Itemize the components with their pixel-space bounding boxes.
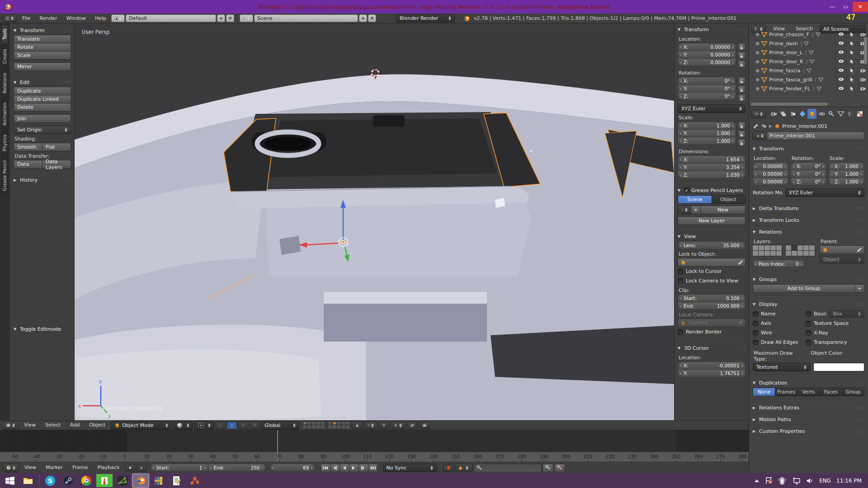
display-axis-checkbox[interactable] — [753, 321, 758, 326]
play-button[interactable] — [349, 464, 359, 472]
selectable-icon[interactable] — [846, 86, 857, 92]
notepad-icon[interactable] — [169, 474, 185, 487]
hide-icon[interactable] — [835, 59, 846, 65]
tab-grease-pencil[interactable]: Grease Pencil — [1, 156, 8, 195]
manipulator-translate-icon[interactable] — [227, 422, 237, 429]
prev-keyframe-button[interactable] — [330, 464, 340, 472]
scale-y-field[interactable]: Y:1.000 — [678, 129, 736, 137]
tuner-app-icon[interactable] — [96, 474, 113, 487]
network-icon[interactable] — [792, 477, 801, 484]
props-rotation-z[interactable]: Z:0° — [791, 178, 826, 186]
winrar-icon[interactable] — [151, 474, 167, 487]
custom-properties-header[interactable]: ▶Custom Properties — [753, 426, 864, 436]
lock-location-x-button[interactable] — [738, 43, 745, 51]
layer-buttons[interactable] — [302, 421, 350, 429]
props-scale-z[interactable]: Z:1.000 — [829, 178, 864, 186]
dimension-z-field[interactable]: Z:1.030 — [678, 171, 745, 179]
groups-header[interactable]: ▼Groups — [753, 274, 864, 284]
translate-button[interactable]: Translate — [14, 35, 71, 43]
manipulator-scale-icon[interactable] — [250, 422, 259, 429]
tab-animation[interactable]: Animation — [1, 99, 8, 130]
selectable-icon[interactable] — [846, 32, 857, 38]
selectable-icon[interactable] — [846, 77, 857, 83]
preview-range-clock-icon[interactable] — [125, 464, 135, 472]
dup-frames-option[interactable]: Frames — [775, 388, 797, 396]
blender-taskbar-icon[interactable] — [132, 474, 149, 487]
object-id-icon[interactable] — [753, 131, 767, 140]
pin-icon[interactable] — [753, 123, 759, 129]
editor-type-3dview-icon[interactable] — [2, 421, 19, 430]
menu-help[interactable]: Help — [91, 14, 110, 23]
lock-to-cursor-checkbox[interactable] — [678, 269, 683, 274]
insert-keyframe-button[interactable] — [542, 464, 553, 472]
delete-scene-button[interactable]: ✕ — [368, 14, 376, 22]
outliner-row[interactable]: ⊕Prime_fascia| — [749, 66, 868, 75]
scene-field[interactable]: Scene — [254, 14, 358, 22]
view-menu[interactable]: View — [20, 420, 40, 430]
display-wire-checkbox[interactable] — [753, 330, 758, 336]
screen-layout-field[interactable]: Default — [126, 14, 216, 22]
gp-scene-option[interactable]: Scene — [678, 196, 712, 203]
transform-locks-header[interactable]: ▶Transform Locks — [753, 215, 864, 225]
timeline-keyframe-area[interactable] — [0, 430, 749, 452]
lock-rotation-z-button[interactable] — [738, 94, 745, 102]
lens-field[interactable]: Lens:35.000 — [678, 241, 745, 249]
hide-icon[interactable] — [835, 77, 846, 83]
props-location-y[interactable]: 0.00000 — [753, 170, 788, 178]
panel-transform-header[interactable]: ▼Transform — [14, 25, 71, 35]
jump-to-end-button[interactable] — [368, 464, 378, 472]
duplicate-linked-button[interactable]: Duplicate Linked — [14, 95, 71, 103]
timeline-ruler[interactable]: -50-40-30-20-100102030405060708090100110… — [0, 452, 749, 462]
proportional-edit-icon[interactable] — [364, 422, 377, 429]
hide-icon[interactable] — [835, 50, 846, 56]
cursor-3d-panel-header[interactable]: ▼3D Cursor — [678, 343, 745, 353]
battery-icon[interactable] — [778, 477, 787, 484]
gp-add-button[interactable]: + — [691, 206, 701, 214]
selectable-icon[interactable] — [846, 41, 857, 47]
selectable-icon[interactable] — [846, 68, 857, 74]
action-center-icon[interactable] — [765, 477, 773, 484]
screen-layout-icon[interactable] — [111, 14, 125, 22]
timeline-playback-menu[interactable]: Playback — [93, 463, 123, 473]
active-keying-set-field[interactable] — [474, 464, 542, 472]
lock-location-z-button[interactable] — [738, 60, 745, 68]
transform-orientation-select[interactable]: Global — [261, 421, 299, 430]
outliner-row[interactable]: ⊕Prime_door_L| — [749, 48, 868, 57]
location-y-field[interactable]: Y:0.00000 — [678, 51, 736, 59]
lock-scale-z-button[interactable] — [738, 139, 745, 147]
snap-element-select[interactable] — [390, 422, 406, 429]
outliner-vscrollbar[interactable] — [864, 37, 867, 64]
lock-camera-checkbox[interactable] — [678, 278, 683, 284]
outliner-row[interactable]: ⊕Prime_chassis_F| — [749, 30, 868, 39]
delete-keyframe-button[interactable] — [554, 464, 565, 472]
join-button[interactable]: Join — [14, 114, 71, 123]
clip-end-field[interactable]: End:1000.000 — [678, 302, 745, 310]
lock-rotation-x-button[interactable] — [738, 77, 745, 85]
grease-pencil-layers-header[interactable]: ▼Grease Pencil Layers — [678, 185, 745, 195]
duplication-header[interactable]: ▼Duplication — [753, 378, 864, 388]
tab-modifiers[interactable] — [827, 109, 836, 119]
outliner-row[interactable]: ⊕Prime_fender_FL| — [749, 84, 868, 93]
props-scale-y[interactable]: Y:1.000 — [829, 170, 864, 178]
shade-flat-button[interactable]: Flat — [42, 143, 71, 151]
delete-layout-button[interactable]: ✕ — [226, 14, 234, 22]
outliner-row[interactable]: ⊕Prime_fascia_grill| — [749, 75, 868, 84]
render-opengl-icon[interactable] — [407, 422, 418, 429]
lock-rotation-y-button[interactable] — [738, 85, 745, 94]
npanel-transform-header[interactable]: ▼Transform — [678, 24, 745, 34]
cursor-x-field[interactable]: X:-0.00001 — [678, 361, 745, 370]
breadcrumb-object[interactable]: Prime_interior.001 — [782, 123, 827, 129]
tab-world[interactable] — [798, 109, 807, 119]
play-reverse-button[interactable] — [340, 464, 349, 472]
data-button[interactable]: Data — [14, 160, 42, 169]
props-rotation-y[interactable]: Y:0° — [791, 170, 826, 178]
minimize-button[interactable]: — — [826, 2, 839, 12]
auto-keyframe-record-icon[interactable] — [443, 464, 454, 472]
parent-field[interactable] — [820, 245, 864, 254]
menu-render[interactable]: Render — [35, 14, 61, 23]
motion-paths-header[interactable]: ▶Motion Paths — [753, 414, 864, 424]
editor-type-info-icon[interactable] — [2, 14, 17, 22]
tab-create[interactable]: Create — [1, 45, 8, 68]
scale-x-field[interactable]: X:1.000 — [678, 122, 736, 130]
dup-group-option[interactable]: Group — [842, 388, 864, 396]
